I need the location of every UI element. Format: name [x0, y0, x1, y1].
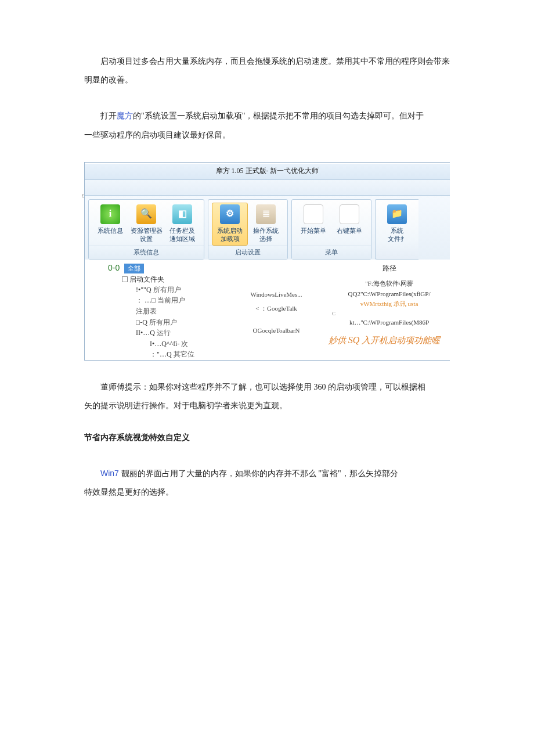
ribbon-tool-label: 资源管理器设置	[129, 226, 163, 243]
win7-label: Win7	[100, 469, 121, 478]
ribbon-tool-label: 开始菜单	[297, 226, 330, 235]
tree-node[interactable]: II•…Q 运行	[108, 327, 224, 339]
ribbon-tool-label: 系统信息	[93, 226, 127, 235]
ribbon-tool[interactable]: 🔍资源管理器设置	[128, 203, 164, 246]
tree-column: 0-0 全部 启动文件夹 !•""Q 所有用户： …□ 当前用户 注册表□-Q …	[108, 263, 224, 360]
app-titlebar: 摩方 1.05 正式版- 新一弋优化大师	[85, 164, 450, 179]
ribbon-tool[interactable]: 📁系统文件扌	[379, 203, 415, 259]
tree-node[interactable]: ："…Q 其它位	[108, 349, 224, 360]
tree-node[interactable]: 注册表	[108, 306, 224, 317]
tree-node[interactable]: □-Q 所有用户	[108, 317, 224, 328]
mix-icon	[340, 204, 359, 224]
green-icon: i	[100, 204, 120, 224]
path-column: 路径 "F:海色软件\网薪 QQ2"C:\WProgramFiles(xfiGP…	[329, 263, 450, 360]
orange-icon: 🔍	[136, 204, 156, 224]
ribbon-group: 📁系统文件扌	[375, 199, 418, 260]
flag-icon	[304, 204, 323, 224]
ribbon-tool-label: 系统启动加载项	[214, 226, 246, 243]
tree-node[interactable]: I•…Q^^fi- 次	[108, 339, 224, 350]
mofang-link[interactable]: 魔方	[117, 111, 133, 120]
ribbon-tool-label: 右键菜单	[333, 226, 366, 235]
app-window: 摩方 1.05 正式版- 新一弋优化大师 £ i系统信息🔍资源管理器设置◧任务栏…	[84, 162, 450, 361]
intro-paragraph-2: 打开魔方的"系统设置一系统启动加载项"，根据提示把不常用的项目勾选去掉即可。但对…	[84, 107, 450, 125]
ribbon-tool[interactable]: i系统信息	[92, 203, 128, 246]
greige-icon: ≣	[256, 204, 276, 224]
blue-icon: 📁	[387, 204, 407, 224]
section2-paragraph-cont: 特效显然是更好的选择。	[84, 483, 450, 502]
tip-paragraph: 董师傅提示：如果你对这些程序并不了解，也可以选择使用 360 的启动项管理，可以…	[84, 378, 450, 397]
ribbon-tool[interactable]: 开始菜单	[295, 203, 331, 246]
ribbon-tool[interactable]: ≣操作系统选择	[248, 203, 284, 246]
tip-paragraph-cont: 矢的提示说明进行操作。对于电脑初学者来说更为直观。	[84, 397, 450, 415]
tree-node[interactable]: ： …□ 当前用户	[108, 295, 224, 306]
ribbon-tool-label: 操作系统选择	[249, 226, 283, 243]
program-column: WindowsLiveMes... < ：GoogleTalk OGocqleT…	[224, 263, 329, 360]
ribbon-tool[interactable]: ◧任务栏及通知区域	[164, 203, 200, 246]
app-subbar: £	[85, 179, 450, 196]
tree-node[interactable]: !•""Q 所有用户	[108, 285, 224, 296]
ribbon-group: ⚙系统启动加载项≣操作系统选择启动设置	[208, 199, 288, 260]
aqua-icon: ◧	[172, 204, 192, 224]
ribbon-tool[interactable]: 右键菜单	[331, 203, 367, 246]
intro-paragraph-1: 启动项目过多会占用大量系统内存，而且会拖慢系统的启动速度。禁用其中不常用的程序则…	[84, 52, 450, 89]
intro-paragraph-2-cont: 一些驱动程序的启动项目建议最好保留。	[84, 126, 450, 145]
ribbon-tool[interactable]: ⚙系统启动加载项	[212, 203, 248, 246]
filter-all-pill[interactable]: 全部	[124, 264, 144, 273]
ribbon-group-label: 启动设置	[208, 246, 287, 259]
ribbon-group-label: 菜单	[292, 246, 371, 259]
ribbon-group-label: 系统信息	[89, 246, 204, 259]
section-heading-visual-effects: 节省内存系统视觉特效自定义	[84, 433, 450, 443]
ribbon: i系统信息🔍资源管理器设置◧任务栏及通知区域系统信息⚙系统启动加载项≣操作系统选…	[85, 196, 450, 260]
section2-paragraph: Win7 靓丽的界面占用了大量的内存，如果你的内存并不那么 "富裕"，那么矢掉部…	[84, 464, 450, 483]
ribbon-group: i系统信息🔍资源管理器设置◧任务栏及通知区域系统信息	[88, 199, 204, 260]
feature-footnote: 妙供 SQ 入开机启动项功能喔	[329, 328, 450, 354]
ribbon-tool-label: 任务栏及通知区域	[165, 226, 199, 243]
tree-node-startup-folder[interactable]: 启动文件夹	[108, 275, 224, 285]
blue-icon: ⚙	[220, 204, 240, 224]
ribbon-group: 开始菜单右键菜单菜单	[291, 199, 371, 260]
ribbon-tool-label: 系统文件扌	[380, 226, 414, 243]
